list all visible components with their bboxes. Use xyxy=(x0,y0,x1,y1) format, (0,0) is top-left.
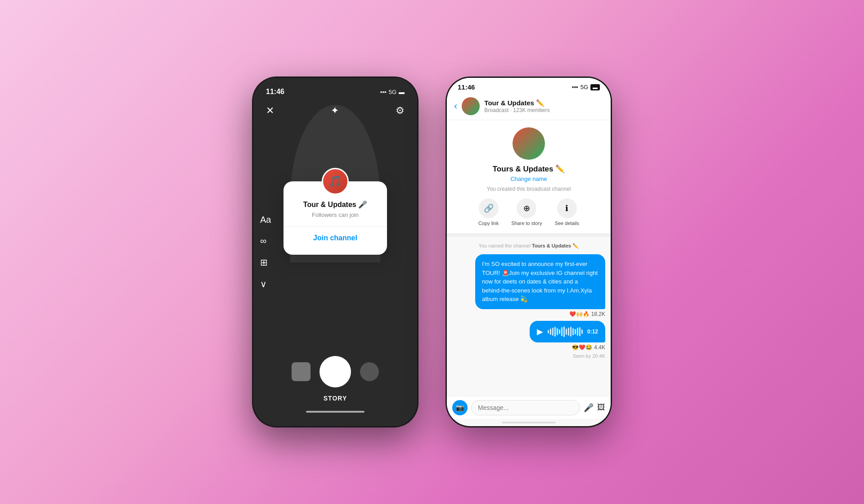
chevron-down-icon[interactable]: ∨ xyxy=(260,279,271,289)
channel-popup: 🎵 Tour & Updates 🎤 Followers can join Jo… xyxy=(284,181,387,255)
seen-by-text: Seen by 20.4K xyxy=(452,353,605,359)
channel-header-name: Tour & Updates ✏️ xyxy=(484,99,603,107)
wave-bar xyxy=(561,327,562,336)
home-indicator-left xyxy=(306,411,364,413)
mic-icon[interactable]: 🎤 xyxy=(584,403,594,413)
network-left: 5G xyxy=(389,89,396,95)
reaction-count: 18.2K xyxy=(591,311,605,317)
wave-bar xyxy=(577,328,578,336)
grid-icon[interactable]: ⊞ xyxy=(260,257,271,268)
system-message: You named the channel Tours & Updates ✏️ xyxy=(452,243,605,249)
wave-bar xyxy=(559,329,560,334)
phone-right: 11:46 ▪▪▪ 5G ▬ ‹ Tour & Updates ✏️ Broad… xyxy=(446,76,612,428)
audio-reaction-count: 4.4K xyxy=(594,344,605,351)
share-to-story-button[interactable]: ⊕ Share to story xyxy=(511,198,542,226)
text-message-bubble: I'm SO excited to announce my first-ever… xyxy=(475,254,605,309)
created-text: You created this broadcast channel xyxy=(486,186,571,192)
home-indicator-right xyxy=(502,422,556,423)
channel-header-sub: Broadcast · 123K members xyxy=(484,107,603,113)
see-details-label: See details xyxy=(555,220,579,226)
camera-button[interactable]: 📷 xyxy=(452,400,468,415)
wave-bar xyxy=(579,327,580,336)
text-icon[interactable]: Aa xyxy=(260,215,271,225)
share-story-icon: ⊕ xyxy=(517,198,536,218)
channel-display-name: Tours & Updates ✏️ xyxy=(493,164,565,174)
back-button[interactable]: ‹ xyxy=(454,100,457,112)
time-right: 11:46 xyxy=(458,83,475,91)
waveform xyxy=(548,326,583,337)
audio-reaction-emojis: 😎❤️😂 xyxy=(572,344,592,351)
wave-bar xyxy=(572,328,574,335)
wave-bar xyxy=(575,329,576,334)
phones-container: 11:46 ▪▪▪ 5G ▬ ✕ ✦ ⚙ Aa ∞ xyxy=(252,76,612,428)
see-details-button[interactable]: ℹ See details xyxy=(555,198,579,226)
copy-link-icon: 🔗 xyxy=(479,198,499,218)
popup-divider xyxy=(284,226,387,227)
image-icon[interactable]: 🖼 xyxy=(597,403,605,413)
wave-bar xyxy=(557,328,558,335)
reaction-emojis: ❤️🙌🔥 xyxy=(569,311,590,317)
wave-bar xyxy=(581,329,583,334)
copy-link-label: Copy link xyxy=(478,220,499,226)
channel-big-avatar xyxy=(513,127,545,160)
header-info: Tour & Updates ✏️ Broadcast · 123K membe… xyxy=(484,99,603,113)
signal-right: ▪▪▪ xyxy=(572,84,578,90)
close-icon[interactable]: ✕ xyxy=(266,105,274,117)
status-bar-left: 11:46 ▪▪▪ 5G ▬ xyxy=(253,78,417,100)
message-input[interactable] xyxy=(471,400,580,415)
message-input-row: 📷 🎤 🖼 xyxy=(447,396,611,419)
wave-bar xyxy=(554,327,556,337)
popup-title: Tour & Updates 🎤 xyxy=(297,200,374,209)
channel-name-mention: Tours & Updates ✏️ xyxy=(532,243,579,248)
chat-header: ‹ Tour & Updates ✏️ Broadcast · 123K mem… xyxy=(447,94,611,120)
change-name-link[interactable]: Change name xyxy=(510,176,547,182)
battery-icon-right: ▬ xyxy=(590,84,600,90)
copy-link-button[interactable]: 🔗 Copy link xyxy=(478,198,499,226)
share-story-label: Share to story xyxy=(511,220,542,226)
audio-duration: 0:12 xyxy=(587,328,598,335)
status-bar-right: 11:46 ▪▪▪ 5G ▬ xyxy=(447,78,611,94)
top-icons-row: ✕ ✦ ⚙ xyxy=(253,105,417,117)
popup-subtitle: Followers can join xyxy=(297,212,374,218)
status-icons-left: ▪▪▪ 5G ▬ xyxy=(380,89,405,95)
message-text: I'm SO excited to announce my first-ever… xyxy=(482,261,598,302)
left-sidebar: Aa ∞ ⊞ ∨ xyxy=(260,215,271,289)
gallery-thumbnail-2[interactable] xyxy=(360,362,379,381)
message-reactions[interactable]: ❤️🙌🔥 18.2K xyxy=(569,311,605,317)
infinity-icon[interactable]: ∞ xyxy=(260,236,271,246)
header-avatar xyxy=(462,97,480,115)
audio-message-bubble[interactable]: ▶ xyxy=(530,321,605,342)
story-label: STORY xyxy=(324,395,347,402)
wave-bar xyxy=(568,328,569,336)
wave-bar xyxy=(566,328,567,335)
signal-icon: ▪▪▪ xyxy=(380,89,387,95)
see-details-icon: ℹ xyxy=(557,198,577,218)
gallery-thumbnail-1[interactable] xyxy=(292,362,310,381)
settings-icon[interactable]: ⚙ xyxy=(396,105,405,117)
wave-bar xyxy=(563,326,565,337)
wave-bar xyxy=(550,328,551,335)
chat-body: You named the channel Tours & Updates ✏️… xyxy=(447,237,611,396)
action-buttons-row: 🔗 Copy link ⊕ Share to story ℹ See detai… xyxy=(456,198,602,226)
channel-info-section: Tours & Updates ✏️ Change name You creat… xyxy=(447,120,611,237)
time-left: 11:46 xyxy=(266,88,284,96)
popup-avatar: 🎵 xyxy=(322,168,349,195)
phone-left: 11:46 ▪▪▪ 5G ▬ ✕ ✦ ⚙ Aa ∞ xyxy=(252,76,418,428)
join-channel-button[interactable]: Join channel xyxy=(313,234,357,242)
audio-reactions[interactable]: 😎❤️😂 4.4K xyxy=(572,344,605,351)
camera-controls-row xyxy=(292,356,379,387)
shutter-button[interactable] xyxy=(320,356,351,387)
flash-icon[interactable]: ✦ xyxy=(331,105,339,117)
network-right: 5G xyxy=(580,84,588,90)
battery-icon-left: ▬ xyxy=(399,89,405,95)
wave-bar xyxy=(552,328,554,336)
wave-bar xyxy=(570,327,572,337)
wave-bar xyxy=(548,330,549,333)
status-icons-right: ▪▪▪ 5G ▬ xyxy=(572,84,600,90)
play-icon[interactable]: ▶ xyxy=(537,327,543,337)
bottom-controls: STORY xyxy=(253,356,417,413)
input-icons: 🎤 🖼 xyxy=(584,403,605,413)
